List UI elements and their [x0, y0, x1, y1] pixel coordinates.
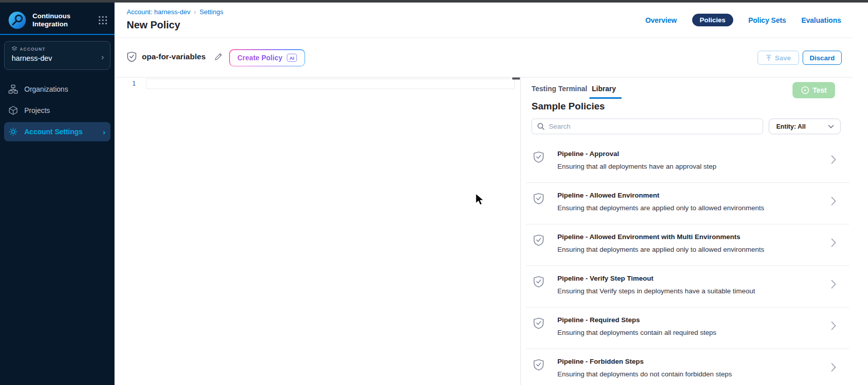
tab-policies[interactable]: Policies	[692, 14, 733, 26]
tab-policy-sets[interactable]: Policy Sets	[748, 16, 786, 24]
account-selector[interactable]: ACCOUNT harness-dev ›	[4, 41, 110, 70]
sidebar: Continuous Integration ACCOUNT harness-d…	[0, 3, 115, 385]
app-root: Continuous Integration ACCOUNT harness-d…	[0, 0, 868, 385]
tab-evaluations[interactable]: Evaluations	[801, 16, 841, 24]
page-header: Account: harness-dev › Settings New Poli…	[115, 3, 868, 38]
chevron-right-icon: ›	[101, 53, 104, 62]
policy-title: Pipeline - Allowed Environment with Mult…	[557, 233, 740, 241]
breadcrumb: Account: harness-dev › Settings	[127, 8, 223, 16]
active-tab-underline	[589, 97, 622, 99]
edit-pencil-icon[interactable]	[214, 52, 223, 61]
editor-minimap-marker	[512, 78, 520, 80]
test-label: Test	[813, 86, 827, 94]
create-policy-label: Create Policy	[238, 54, 283, 62]
scrollbar-gutter[interactable]	[853, 3, 868, 385]
product-name: Continuous Integration	[32, 12, 83, 28]
policy-code-editor[interactable]: 1	[115, 78, 520, 385]
sample-policy-list: Pipeline - Approval Ensuring that all de…	[532, 147, 847, 385]
save-button[interactable]: Save	[758, 51, 799, 65]
sidebar-item-label: Organizations	[24, 85, 68, 93]
sidebar-item-label: Account Settings	[24, 128, 83, 136]
policy-description: Ensuring that deployments contain all re…	[557, 329, 716, 336]
sample-policy-row[interactable]: Pipeline - Forbidden Steps Ensuring that…	[532, 355, 847, 385]
policy-description: Ensuring that all deployments have an ap…	[557, 163, 716, 170]
editor-line-number: 1	[126, 80, 136, 87]
library-panel: Testing Terminal Library Test Sample Pol…	[521, 78, 853, 385]
module-active-underline	[0, 34, 115, 35]
chevron-right-icon	[831, 321, 836, 330]
harness-ci-logo-icon[interactable]	[8, 11, 26, 29]
breadcrumb-account-link[interactable]: Account: harness-dev	[127, 8, 191, 16]
main-content: Account: harness-dev › Settings New Poli…	[115, 3, 868, 385]
workarea: 1 Testing Terminal Library Test Sample P…	[115, 78, 868, 385]
policy-shield-icon	[127, 51, 137, 62]
policy-shield-check-icon	[533, 317, 544, 329]
policy-shield-check-icon	[533, 234, 544, 246]
sidebar-item-projects[interactable]: Projects	[4, 101, 110, 120]
chevron-down-icon	[828, 125, 834, 129]
entity-filter-dropdown[interactable]: Entity: All	[769, 119, 841, 134]
policy-description: Ensuring that deployments are applied on…	[557, 246, 764, 253]
sample-policy-row[interactable]: Pipeline - Verify Step Timeout Ensuring …	[532, 272, 847, 313]
sidebar-item-label: Projects	[24, 106, 50, 114]
discard-label: Discard	[810, 54, 835, 62]
discard-button[interactable]: Discard	[803, 51, 842, 65]
search-input[interactable]	[549, 123, 758, 130]
sidebar-item-organizations[interactable]: Organizations	[4, 80, 110, 99]
upload-icon	[766, 55, 772, 61]
policy-shield-check-icon	[533, 276, 544, 288]
policy-name: opa-for-variables	[142, 52, 206, 61]
policy-description: Ensuring that Verify steps in deployment…	[557, 287, 755, 295]
search-icon	[537, 123, 545, 130]
play-circle-icon	[801, 86, 809, 94]
tab-library[interactable]: Library	[592, 85, 616, 93]
create-policy-ai-button[interactable]: Create Policy AI	[229, 49, 305, 66]
chevron-right-icon	[831, 363, 836, 372]
sample-policy-row[interactable]: Pipeline - Required Steps Ensuring that …	[532, 313, 847, 355]
policy-title: Pipeline - Approval	[557, 150, 619, 158]
account-label: ACCOUNT	[20, 47, 46, 52]
chevron-right-icon	[831, 238, 836, 247]
app-switcher-grid-icon[interactable]	[98, 16, 107, 25]
tab-overview[interactable]: Overview	[645, 16, 676, 24]
governance-tabs: Overview Policies Policy Sets Evaluation…	[645, 14, 841, 26]
save-label: Save	[775, 54, 791, 62]
policy-description: Ensuring that deployments do not contain…	[557, 370, 732, 378]
projects-icon	[8, 105, 18, 115]
search-box	[532, 119, 763, 134]
policy-shield-check-icon	[533, 151, 544, 163]
policy-shield-check-icon	[533, 359, 544, 371]
sidebar-item-account-settings[interactable]: Account Settings ›	[4, 122, 110, 141]
editor-current-line[interactable]	[146, 79, 515, 89]
chevron-right-icon	[831, 280, 836, 289]
tab-testing-terminal[interactable]: Testing Terminal	[532, 85, 587, 93]
sample-policies-heading: Sample Policies	[532, 101, 605, 112]
sample-policy-row[interactable]: Pipeline - Allowed Environment with Mult…	[532, 230, 847, 272]
chevron-right-icon	[831, 197, 836, 206]
organizations-icon	[8, 84, 18, 94]
policy-title: Pipeline - Verify Step Timeout	[557, 275, 654, 282]
chevron-right-icon: ›	[103, 128, 105, 136]
chevron-right-icon	[831, 155, 836, 164]
ai-badge: AI	[287, 54, 297, 62]
page-title: New Policy	[127, 19, 180, 31]
entity-filter-value: Entity: All	[776, 123, 828, 130]
breadcrumb-settings-link[interactable]: Settings	[200, 8, 223, 16]
policy-shield-check-icon	[533, 192, 544, 205]
policy-title: Pipeline - Allowed Environment	[557, 191, 659, 199]
account-scope-icon	[12, 46, 17, 52]
policy-toolbar: opa-for-variables Create Policy AI S	[115, 38, 868, 78]
policy-description: Ensuring that deployments are applied on…	[557, 204, 764, 212]
test-button[interactable]: Test	[792, 82, 835, 98]
policy-title: Pipeline - Forbidden Steps	[557, 358, 644, 365]
sample-policy-row[interactable]: Pipeline - Approval Ensuring that all de…	[532, 147, 847, 188]
gear-icon	[8, 127, 18, 137]
policy-title: Pipeline - Required Steps	[557, 316, 640, 324]
breadcrumb-separator: ›	[194, 9, 196, 16]
sample-policy-row[interactable]: Pipeline - Allowed Environment Ensuring …	[532, 188, 847, 230]
sidebar-header: Continuous Integration	[8, 10, 107, 30]
account-name: harness-dev	[12, 54, 104, 62]
